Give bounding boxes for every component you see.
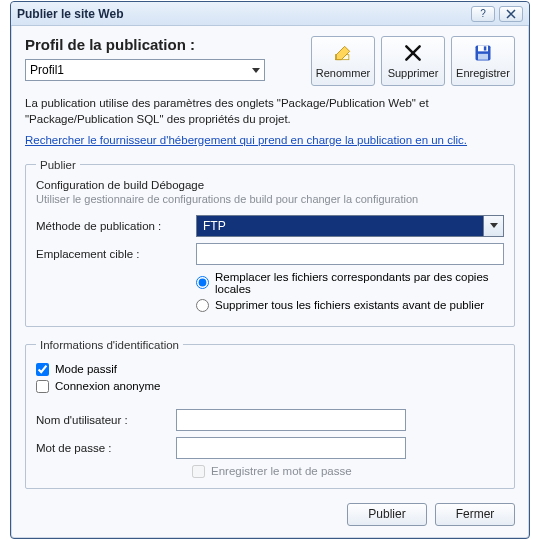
delete-icon (403, 43, 423, 65)
publish-button[interactable]: Publier (347, 503, 427, 526)
save-label: Enregistrer (456, 67, 510, 79)
password-input[interactable] (176, 437, 406, 459)
credentials-legend: Informations d'identification (36, 339, 183, 351)
publish-legend: Publier (36, 159, 80, 171)
rename-icon (333, 43, 353, 65)
hosting-provider-link[interactable]: Rechercher le fournisseur d'hébergement … (25, 134, 467, 146)
publish-group: Publier Configuration de build Débogage … (25, 159, 515, 327)
dialog-window: Publier le site Web ? Profil de la publi… (10, 1, 530, 538)
save-button[interactable]: Enregistrer (451, 36, 515, 86)
profile-label: Profil de la publication : (25, 36, 303, 53)
save-password-label: Enregistrer le mot de passe (211, 465, 352, 477)
publish-method-label: Méthode de publication : (36, 220, 196, 232)
replace-files-radio[interactable] (196, 276, 209, 289)
close-button[interactable] (499, 6, 523, 22)
replace-files-label: Remplacer les fichiers correspondants pa… (215, 271, 504, 295)
titlebar: Publier le site Web ? (11, 2, 529, 26)
help-button[interactable]: ? (471, 6, 495, 22)
target-location-input[interactable] (196, 243, 504, 265)
build-config-title: Configuration de build Débogage (36, 179, 504, 191)
publish-method-value: FTP (197, 216, 483, 236)
publish-method-select[interactable]: FTP (196, 215, 504, 237)
svg-rect-4 (478, 54, 488, 60)
rename-label: Renommer (316, 67, 370, 79)
save-password-checkbox (192, 465, 205, 478)
profile-selected-value: Profil1 (30, 63, 64, 77)
chevron-down-icon (483, 216, 503, 236)
build-config-subtitle: Utiliser le gestionnaire de configuratio… (36, 193, 504, 205)
delete-files-radio[interactable] (196, 299, 209, 312)
delete-files-label: Supprimer tous les fichiers existants av… (215, 299, 484, 311)
password-label: Mot de passe : (36, 442, 176, 454)
passive-mode-label: Mode passif (55, 363, 117, 375)
window-title: Publier le site Web (17, 7, 123, 21)
delete-label: Supprimer (388, 67, 439, 79)
target-location-label: Emplacement cible : (36, 248, 196, 260)
passive-mode-checkbox[interactable] (36, 363, 49, 376)
svg-rect-2 (478, 46, 488, 52)
dialog-footer: Publier Fermer (25, 503, 515, 526)
delete-button[interactable]: Supprimer (381, 36, 445, 86)
close-dialog-button[interactable]: Fermer (435, 503, 515, 526)
chevron-down-icon (252, 68, 260, 73)
anonymous-login-label: Connexion anonyme (55, 380, 161, 392)
save-icon (473, 43, 493, 65)
description-text: La publication utilise des paramètres de… (25, 96, 515, 127)
anonymous-login-checkbox[interactable] (36, 380, 49, 393)
toolbar: Renommer Supprimer Enregistrer (311, 36, 515, 86)
content-area: Profil de la publication : Profil1 Renom… (11, 26, 529, 537)
username-label: Nom d'utilisateur : (36, 414, 176, 426)
username-input[interactable] (176, 409, 406, 431)
profile-select[interactable]: Profil1 (25, 59, 265, 81)
svg-rect-3 (484, 47, 487, 51)
rename-button[interactable]: Renommer (311, 36, 375, 86)
credentials-group: Informations d'identification Mode passi… (25, 339, 515, 489)
